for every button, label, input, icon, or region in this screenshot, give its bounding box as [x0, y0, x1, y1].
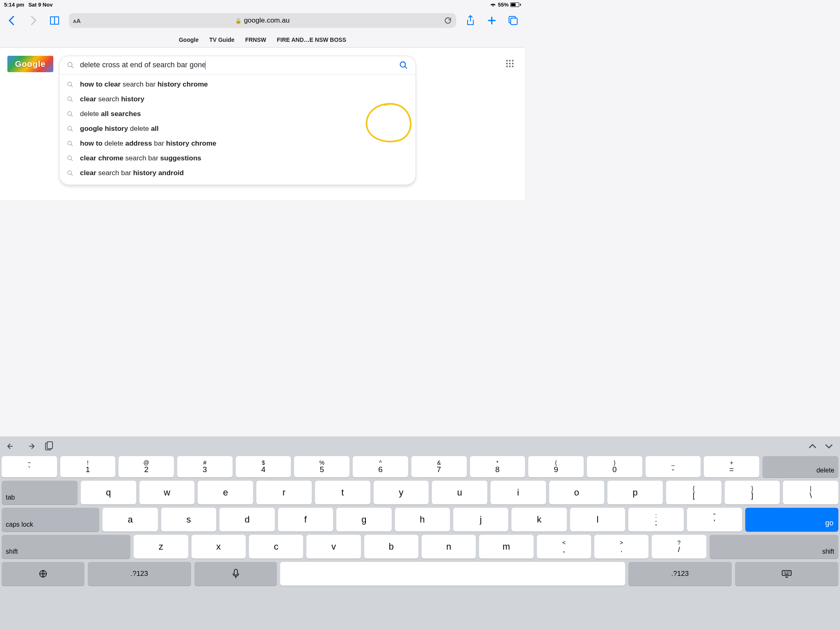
battery-percent: 55%	[498, 2, 509, 8]
svg-line-3	[71, 66, 73, 68]
favorite-link[interactable]: Google	[179, 37, 199, 43]
suggestion-item[interactable]: clear chrome search bar suggestions	[59, 151, 415, 166]
status-time: 5:14 pm	[4, 2, 24, 8]
suggestion-item[interactable]: delete all searches	[59, 107, 415, 121]
lock-icon: 🔒	[235, 18, 242, 24]
svg-point-2	[68, 62, 72, 67]
svg-line-19	[71, 174, 73, 176]
svg-line-7	[71, 85, 73, 87]
google-logo[interactable]: Google	[7, 56, 53, 72]
suggestion-item[interactable]: clear search history	[59, 92, 415, 107]
safari-toolbar: AA 🔒 google.com.au	[0, 9, 525, 32]
suggestion-item[interactable]: google history delete all	[59, 121, 415, 136]
share-button[interactable]	[463, 14, 477, 27]
svg-point-18	[68, 171, 71, 174]
url-bar[interactable]: AA 🔒 google.com.au	[69, 13, 456, 28]
bookmarks-button[interactable]	[48, 14, 62, 27]
reload-button[interactable]	[444, 16, 452, 25]
wifi-icon	[490, 2, 496, 7]
suggestions-dropdown: how to clear search bar history chromecl…	[59, 75, 416, 185]
google-apps-icon[interactable]	[506, 60, 514, 68]
svg-rect-1	[511, 18, 517, 25]
tabs-button[interactable]	[506, 14, 520, 27]
svg-line-9	[71, 100, 73, 102]
battery-icon	[510, 2, 521, 7]
search-icon	[67, 62, 74, 69]
forward-button[interactable]	[26, 14, 40, 27]
svg-line-5	[405, 66, 407, 69]
svg-point-14	[68, 141, 71, 145]
status-date: Sat 9 Nov	[28, 2, 52, 8]
url-domain: google.com.au	[244, 16, 290, 25]
status-bar: 5:14 pm Sat 9 Nov 55%	[0, 0, 525, 9]
page-content: Google delete cross at end of search bar…	[0, 48, 525, 200]
svg-line-17	[71, 159, 73, 161]
svg-point-6	[68, 82, 71, 86]
svg-line-15	[71, 144, 73, 146]
svg-point-10	[68, 112, 71, 115]
favorite-link[interactable]: FRNSW	[245, 37, 266, 43]
back-button[interactable]	[5, 14, 19, 27]
google-search-box[interactable]: delete cross at end of search bar gone	[59, 56, 416, 75]
new-tab-button[interactable]	[485, 14, 499, 27]
favorites-bar: Google TV Guide FRNSW FIRE AND…E NSW BOS…	[0, 32, 525, 48]
search-input[interactable]: delete cross at end of search bar gone	[80, 61, 393, 70]
svg-point-8	[68, 97, 71, 100]
suggestion-item[interactable]: clear search bar history android	[59, 166, 415, 180]
svg-line-13	[71, 130, 73, 131]
search-submit-icon[interactable]	[399, 61, 408, 70]
suggestion-item[interactable]: how to clear search bar history chrome	[59, 77, 415, 92]
svg-point-12	[68, 126, 71, 130]
favorite-link[interactable]: TV Guide	[209, 37, 234, 43]
svg-point-16	[68, 156, 71, 160]
favorite-link[interactable]: FIRE AND…E NSW BOSS	[277, 37, 346, 43]
svg-point-4	[400, 62, 406, 67]
svg-line-11	[71, 115, 73, 116]
suggestion-item[interactable]: how to delete address bar history chrome	[59, 136, 415, 151]
reader-aa-button[interactable]: AA	[73, 17, 81, 24]
